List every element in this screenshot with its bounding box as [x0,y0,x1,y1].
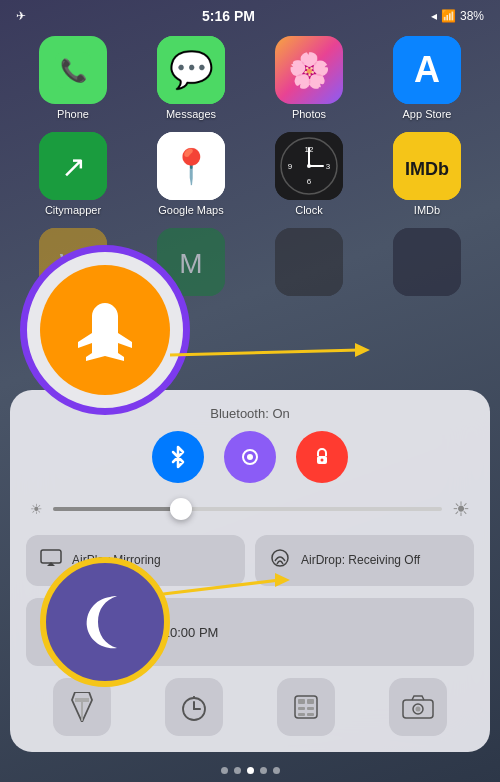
airdrop-icon [269,547,291,574]
app-messages-icon: 💬 [157,36,225,104]
app-partial-3[interactable] [256,228,362,296]
app-appstore-label: App Store [403,108,452,120]
svg-rect-45 [307,699,314,704]
svg-text:A: A [414,49,440,90]
app-photos[interactable]: 🌸 Photos [256,36,362,120]
toggle-row [26,431,474,483]
svg-rect-33 [41,550,61,563]
svg-rect-44 [298,699,305,704]
app-phone-label: Phone [57,108,89,120]
airplane-icon [70,295,140,365]
home-screen: ✈ 5:16 PM ◂ 📶 38% 📞 Phone 💬 Messages 🌸 P… [0,0,500,782]
app-grid-row1: 📞 Phone 💬 Messages 🌸 Photos A App Store [0,28,500,136]
svg-point-30 [247,454,253,460]
wifi-icon: 📶 [441,9,456,23]
app-grid-row2: ↗ Citymapper 📍 Google Maps 12 6 9 3 [0,132,500,232]
svg-rect-46 [298,707,305,710]
app-messages[interactable]: 💬 Messages [138,36,244,120]
page-dot-1 [221,767,228,774]
svg-text:🌸: 🌸 [288,50,331,91]
brightness-min-icon: ☀ [30,501,43,517]
brightness-thumb[interactable] [170,498,192,520]
app-citymapper[interactable]: ↗ Citymapper [20,132,126,216]
bottom-icons-row [26,678,474,736]
app-googlemaps-label: Google Maps [158,204,223,216]
app-googlemaps[interactable]: 📍 Google Maps [138,132,244,216]
svg-rect-48 [298,713,305,716]
svg-text:6: 6 [307,177,312,186]
timer-button[interactable] [165,678,223,736]
page-dots [0,767,500,774]
calculator-button[interactable] [277,678,335,736]
dnd-large-circle[interactable] [40,557,170,687]
page-dot-3-active [247,767,254,774]
app-photos-icon: 🌸 [275,36,343,104]
page-dot-4 [260,767,267,774]
app-googlemaps-icon: 📍 [157,132,225,200]
app-clock[interactable]: 12 6 9 3 Clock [256,132,362,216]
airplay-icon [40,549,62,572]
airdrop-label: AirDrop: Receiving Off [301,553,420,567]
app-imdb[interactable]: IMDb IMDb [374,132,480,216]
svg-text:↗: ↗ [61,150,86,183]
airplane-mode-circle[interactable] [20,245,190,415]
app-citymapper-icon: ↗ [39,132,107,200]
app-photos-label: Photos [292,108,326,120]
clock-status: 5:16 PM [202,8,255,24]
svg-point-35 [272,550,288,566]
svg-text:💬: 💬 [169,48,214,91]
status-bar: ✈ 5:16 PM ◂ 📶 38% [0,0,500,28]
svg-point-32 [321,459,324,462]
app-messages-label: Messages [166,108,216,120]
app-phone-icon: 📞 [39,36,107,104]
svg-rect-49 [307,713,314,716]
brightness-fill [53,507,189,511]
svg-rect-47 [307,707,314,710]
lock-rotation-toggle[interactable] [296,431,348,483]
svg-text:3: 3 [326,162,331,171]
app-clock-label: Clock [295,204,323,216]
app-imdb-label: IMDb [414,204,440,216]
svg-marker-55 [355,343,370,357]
app-citymapper-label: Citymapper [45,204,101,216]
svg-point-20 [307,164,311,168]
svg-text:9: 9 [288,162,293,171]
page-dot-2 [234,767,241,774]
svg-text:📍: 📍 [170,146,213,187]
svg-text:M: M [179,248,202,279]
app-imdb-icon: IMDb [393,132,461,200]
location-icon: ◂ [431,9,437,23]
app-appstore-icon: A [393,36,461,104]
svg-text:📞: 📞 [60,57,88,84]
brightness-max-icon: ☀ [452,497,470,521]
svg-rect-27 [275,228,343,296]
svg-line-53 [170,350,360,355]
bluetooth-toggle[interactable] [152,431,204,483]
moon-icon [65,582,145,662]
app-partial-4[interactable] [374,228,480,296]
camera-button[interactable] [389,678,447,736]
status-right: ◂ 📶 38% [431,9,484,23]
brightness-slider-row: ☀ ☀ [26,497,474,521]
app-partial-3-icon [275,228,343,296]
battery-label: 38% [460,9,484,23]
airplane-mode-inner [40,265,170,395]
app-phone[interactable]: 📞 Phone [20,36,126,120]
svg-text:IMDb: IMDb [405,159,449,179]
app-partial-4-icon [393,228,461,296]
page-dot-5 [273,767,280,774]
brightness-track[interactable] [53,507,442,511]
airplane-status: ✈ [16,9,26,23]
app-clock-icon: 12 6 9 3 [275,132,343,200]
airdrop-button[interactable]: AirDrop: Receiving Off [255,535,474,586]
app-appstore[interactable]: A App Store [374,36,480,120]
svg-rect-28 [393,228,461,296]
svg-point-52 [416,707,421,712]
rotation-lock-toggle[interactable] [224,431,276,483]
